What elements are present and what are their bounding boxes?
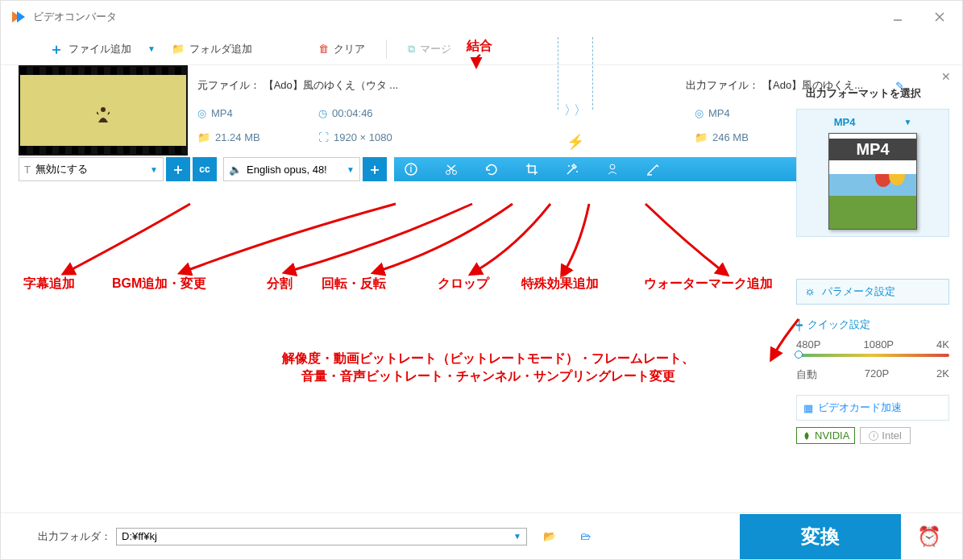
add-file-dropdown[interactable]: ▼ (144, 41, 159, 56)
source-file-label: 元ファイル： 【Ado】風のゆくえ（ウタ ... (197, 78, 398, 93)
folder-plus-icon: 📁 (172, 43, 185, 55)
format-preview: MP4 (828, 133, 917, 230)
folder-icon: 📁 (197, 131, 210, 143)
nvidia-badge[interactable]: NVIDIA (796, 427, 855, 444)
merge-icon: ⧉ (408, 43, 415, 56)
app-logo: ビデオコンバータ (9, 7, 117, 27)
chip-icon: ▦ (803, 402, 813, 414)
svg-point-13 (576, 171, 578, 172)
merge-label: マージ (420, 42, 451, 56)
right-panel: 出力フォーマットを選択 MP4▼ MP4 ⛭ パラメータ設定 ┿クイック設定 4… (796, 81, 949, 444)
gpu-accel-button[interactable]: ▦ ビデオカード加速 (796, 395, 949, 421)
gpu-accel-label: ビデオカード加速 (818, 400, 902, 415)
rotate-tool[interactable] (483, 160, 500, 178)
open-target-button[interactable]: 🗁 (580, 530, 591, 542)
speaker-icon: 🔈 (229, 164, 242, 176)
bolt-icon: ⚡ (567, 133, 584, 151)
source-format: MP4 (211, 107, 233, 119)
svg-point-17 (889, 174, 905, 185)
quick-settings-label: クイック設定 (807, 317, 870, 332)
audio-track-select[interactable]: 🔈 English opus, 48! ▼ (223, 157, 360, 181)
svg-line-5 (108, 112, 110, 114)
add-folder-label: フォルダ追加 (189, 42, 252, 56)
add-file-label: ファイル追加 (68, 42, 131, 56)
output-folder-label: 出力フォルダ： (38, 529, 111, 544)
bottom-bar: 出力フォルダ： D:¥ff¥kj ▼ 📂 🗁 変換 ⏰ (1, 512, 962, 559)
svg-point-3 (101, 107, 106, 112)
resolution-slider[interactable]: 480P 1080P 4K (796, 338, 949, 363)
annotation-rotate: 回転・反転 (322, 276, 386, 292)
folder-icon: 📁 (695, 131, 708, 143)
parameter-settings-button[interactable]: ⛭ パラメータ設定 (796, 279, 949, 305)
close-button[interactable] (930, 7, 949, 27)
format-icon: ◎ (695, 107, 704, 119)
annotation-params1: 解像度・動画ビットレート（ビットレートモード）・フレームレート、 (202, 351, 774, 367)
audio-track-value: English opus, 48! (247, 164, 327, 176)
cut-tool[interactable] (442, 160, 460, 178)
annotation-subtitle: 字幕追加 (23, 276, 75, 292)
format-icon: ◎ (197, 107, 206, 119)
resolution-icon: ⛶ (318, 131, 329, 143)
clear-button[interactable]: 🗑 クリア (310, 39, 373, 60)
output-size: 246 MB (712, 131, 749, 143)
minimize-button[interactable] (888, 7, 907, 27)
source-resolution: 1920 × 1080 (334, 131, 392, 143)
slider-icon: ┿ (796, 319, 803, 331)
plus-icon: ＋ (49, 39, 64, 59)
add-audio-button[interactable]: ＋ (363, 157, 387, 181)
svg-point-16 (875, 174, 891, 187)
annotation-bgm: BGM追加・変更 (112, 276, 206, 292)
chevron-down-icon: ▼ (903, 118, 911, 127)
add-subtitle-button[interactable]: ＋ (166, 157, 190, 181)
intel-badge[interactable]: i Intel (860, 427, 911, 444)
source-duration: 00:04:46 (332, 107, 373, 119)
info-tool[interactable]: i (402, 160, 420, 178)
convert-button[interactable]: 変換 (740, 514, 901, 559)
clock-icon: ◷ (318, 107, 327, 119)
source-size: 21.24 MB (215, 131, 260, 143)
annotation-params2: 音量・音声ビットレート・チャンネル・サンプリングレート変更 (202, 368, 774, 385)
svg-point-12 (568, 165, 570, 167)
top-toolbar: ＋ ファイル追加 ▼ 📁 フォルダ追加 🗑 クリア ⧉ マージ (1, 33, 962, 65)
param-settings-label: パラメータ設定 (822, 284, 895, 299)
svg-line-4 (97, 112, 98, 114)
crop-tool[interactable] (523, 160, 541, 178)
settings-icon: ⛭ (805, 286, 816, 298)
svg-text:i: i (410, 163, 413, 175)
schedule-button[interactable]: ⏰ (909, 516, 949, 557)
output-folder-path: D:¥ff¥kj (122, 530, 157, 542)
video-thumbnail[interactable] (19, 65, 188, 156)
title-bar: ビデオコンバータ (1, 1, 962, 33)
output-format-select[interactable]: MP4▼ MP4 (796, 109, 949, 237)
add-file-button[interactable]: ＋ ファイル追加 (41, 36, 139, 62)
annotation-effect: 特殊効果追加 (521, 276, 599, 292)
clear-label: クリア (334, 42, 365, 56)
subtitle-mode-select[interactable]: T 無効にする ▼ (19, 157, 164, 181)
output-format-title: 出力フォーマットを選択 (806, 86, 949, 101)
watermark-image-tool[interactable] (604, 160, 621, 178)
quick-settings-panel: ┿クイック設定 480P 1080P 4K 自動 720P 2K (796, 317, 949, 382)
annotation-split: 分割 (267, 276, 293, 292)
output-folder-dropdown[interactable]: D:¥ff¥kj ▼ (116, 528, 527, 545)
merge-button[interactable]: ⧉ マージ (400, 39, 459, 60)
svg-point-14 (610, 164, 615, 169)
format-name: MP4 (834, 116, 856, 128)
annotation-crop: クロップ (438, 276, 489, 292)
cc-button[interactable]: cc (193, 157, 217, 181)
trash-icon: 🗑 (318, 43, 329, 55)
effect-tool[interactable] (563, 160, 581, 178)
subtitle-mode-value: 無効にする (35, 162, 88, 176)
output-format: MP4 (708, 107, 730, 119)
app-title: ビデオコンバータ (33, 10, 117, 24)
text-icon: T (24, 164, 31, 176)
add-folder-button[interactable]: 📁 フォルダ追加 (164, 39, 260, 60)
annotation-watermark: ウォーターマーク追加 (644, 276, 773, 292)
watermark-text-tool[interactable] (644, 160, 662, 178)
open-folder-button[interactable]: 📂 (543, 530, 556, 542)
